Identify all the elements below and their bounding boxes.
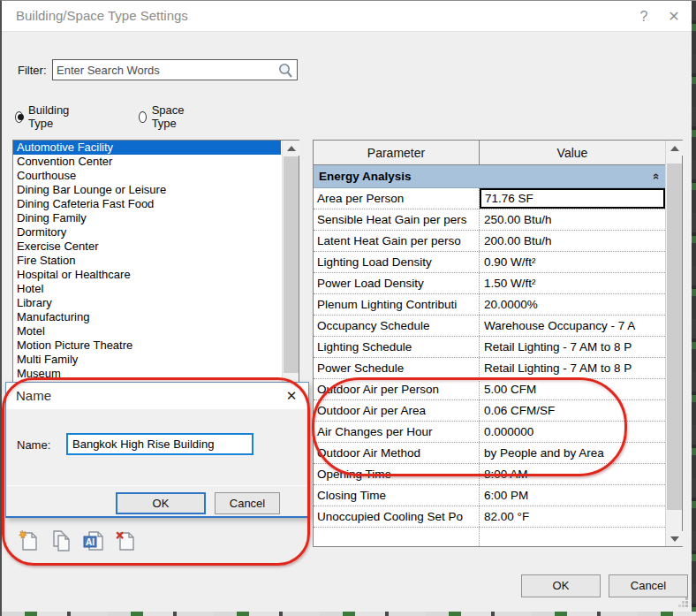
type-list-item[interactable]: Courthouse <box>13 169 281 183</box>
help-icon[interactable]: ? <box>632 6 655 27</box>
type-list-item[interactable]: Manufacturing <box>13 310 281 324</box>
search-box[interactable] <box>52 59 298 80</box>
parameter-value-cell[interactable]: Warehouse Occupancy - 7 A <box>480 316 665 336</box>
parameter-name-cell: Air Changes per Hour <box>314 422 480 442</box>
group-title: Energy Analysis <box>319 170 654 183</box>
parameter-row[interactable]: Opening Time8:00 AM <box>314 464 665 485</box>
parameter-row[interactable]: Air Changes per Hour0.000000 <box>314 422 665 443</box>
radio-space-label: Space Type <box>152 103 188 130</box>
parameter-value-cell[interactable]: 6:00 PM <box>480 485 665 506</box>
parameter-value-cell[interactable]: by People and by Area <box>480 443 665 463</box>
parameter-name-cell: Power Schedule <box>314 358 480 378</box>
parameter-value-cell[interactable]: Retail Lighting - 7 AM to 8 P <box>480 358 665 378</box>
rename-type-icon[interactable]: AI <box>81 529 106 553</box>
parameter-name-cell: Area per Person <box>314 188 480 209</box>
type-list-item[interactable]: Museum <box>13 367 281 381</box>
radio-space-type[interactable]: Space Type <box>139 103 188 130</box>
table-scrollbar[interactable] <box>665 141 682 546</box>
type-list-item[interactable]: Dormitory <box>13 225 281 240</box>
parameter-row[interactable]: Lighting Load Density0.90 W/ft² <box>314 252 665 273</box>
parameter-row[interactable]: Power ScheduleRetail Lighting - 7 AM to … <box>314 358 665 379</box>
parameter-row[interactable]: Outdoor Air per Area0.06 CFM/SF <box>314 400 665 422</box>
name-field-label: Name: <box>17 438 50 452</box>
parameter-value-cell[interactable]: 5.00 CFM <box>480 379 665 399</box>
parameter-name-cell: Outdoor Air per Person <box>314 379 480 399</box>
type-list-item[interactable]: Automotive Facility <box>13 141 281 155</box>
type-list-item[interactable]: Fire Station <box>13 254 281 268</box>
parameter-name-cell: Opening Time <box>314 464 480 484</box>
parameter-value-cell[interactable]: 0.90 W/ft² <box>480 252 665 272</box>
parameter-value-cell[interactable]: 8:00 AM <box>480 464 665 484</box>
scroll-up-icon[interactable] <box>666 141 683 156</box>
scroll-down-icon[interactable] <box>666 531 683 546</box>
parameter-name-cell: Outdoor Air Method <box>314 443 480 463</box>
parameter-row[interactable]: Closing Time6:00 PM <box>314 485 665 506</box>
parameter-value-cell[interactable]: 82.00 °F <box>480 506 665 527</box>
type-list-item[interactable]: Dining Family <box>13 211 281 225</box>
radio-building-type[interactable]: Building Type <box>15 103 72 130</box>
name-dialog: Name ✕ Name: OK Cancel <box>5 382 309 518</box>
table-scrollbar-thumb[interactable] <box>667 164 682 510</box>
duplicate-type-icon[interactable] <box>49 529 74 553</box>
name-cancel-button[interactable]: Cancel <box>215 492 280 514</box>
parameter-name-cell: Occupancy Schedule <box>314 316 480 336</box>
delete-type-icon[interactable] <box>113 529 138 553</box>
list-scrollbar-thumb[interactable] <box>284 156 299 373</box>
cancel-button[interactable]: Cancel <box>609 574 688 597</box>
type-list-item[interactable]: Dining Bar Lounge or Leisure <box>13 183 281 197</box>
parameter-row[interactable]: Power Load Density1.50 W/ft² <box>314 273 665 294</box>
ok-button[interactable]: OK <box>521 574 601 597</box>
parameter-row[interactable]: Plenum Lighting Contributi20.0000% <box>314 294 665 316</box>
type-list-item[interactable]: Convention Center <box>13 155 281 169</box>
parameter-value-cell[interactable]: Retail Lighting - 7 AM to 8 P <box>480 337 665 357</box>
group-header-energy-analysis[interactable]: Energy Analysis « <box>314 165 665 188</box>
parameter-table-content: Parameter Value Energy Analysis « Area p… <box>314 141 665 546</box>
parameter-row[interactable]: Sensible Heat Gain per pers250.00 Btu/h <box>314 209 665 231</box>
name-dialog-close-icon[interactable]: ✕ <box>282 386 301 406</box>
parameter-row[interactable]: Outdoor Air Methodby People and by Area <box>314 443 665 464</box>
type-list-item[interactable]: Exercise Center <box>13 240 281 254</box>
parameter-row[interactable]: Outdoor Air per Person5.00 CFM <box>314 379 665 400</box>
parameter-value-cell[interactable]: 0.000000 <box>480 422 665 442</box>
parameter-value-cell[interactable]: 1.50 W/ft² <box>480 273 665 293</box>
parameter-name-cell: Unoccupied Cooling Set Po <box>314 506 480 527</box>
parameter-value-cell[interactable]: 71.76 SF <box>480 188 665 209</box>
app-background-bottom-edge <box>2 612 696 616</box>
parameter-value-cell[interactable]: 200.00 Btu/h <box>480 231 665 251</box>
parameter-name-cell: Sensible Heat Gain per pers <box>314 209 480 230</box>
close-icon[interactable]: ✕ <box>662 6 685 27</box>
parameter-rows: Area per Person71.76 SFSensible Heat Gai… <box>314 188 665 546</box>
parameter-row[interactable]: Unoccupied Cooling Set Po82.00 °F <box>314 506 665 528</box>
name-dialog-separator <box>6 485 308 486</box>
parameter-row[interactable]: Occupancy ScheduleWarehouse Occupancy - … <box>314 316 665 337</box>
name-dialog-title-bar: Name ✕ <box>6 383 308 409</box>
window-title: Building/Space Type Settings <box>16 8 188 23</box>
column-header-parameter[interactable]: Parameter <box>314 141 480 164</box>
type-list-item[interactable]: Library <box>13 296 281 310</box>
type-list-item[interactable]: Hotel <box>13 282 281 296</box>
type-list-item[interactable]: Motion Picture Theatre <box>13 338 281 353</box>
scroll-up-icon[interactable] <box>283 141 299 156</box>
parameter-row[interactable]: Latent Heat Gain per perso200.00 Btu/h <box>314 231 665 252</box>
parameter-name-cell: Lighting Schedule <box>314 337 480 357</box>
resize-grip[interactable] <box>677 597 689 608</box>
parameter-value-cell[interactable]: 250.00 Btu/h <box>480 209 665 230</box>
parameter-value-cell[interactable]: 0.06 CFM/SF <box>480 400 665 421</box>
name-input[interactable] <box>66 433 253 455</box>
column-header-value[interactable]: Value <box>480 141 665 164</box>
search-input[interactable] <box>57 62 269 78</box>
name-ok-button[interactable]: OK <box>116 492 206 514</box>
parameter-name-cell: Outdoor Air per Area <box>314 400 480 421</box>
parameter-value-cell[interactable]: 20.0000% <box>480 294 665 315</box>
type-list-item[interactable]: Multi Family <box>13 353 281 367</box>
name-dialog-title: Name <box>16 388 51 403</box>
type-list-item[interactable]: Hospital or Healthcare <box>13 268 281 282</box>
new-type-icon[interactable] <box>16 529 41 553</box>
parameter-table[interactable]: Parameter Value Energy Analysis « Area p… <box>313 140 683 547</box>
type-list-item[interactable]: Dining Cafeteria Fast Food <box>13 197 281 211</box>
parameter-row[interactable]: Lighting ScheduleRetail Lighting - 7 AM … <box>314 337 665 358</box>
collapse-chevron-icon[interactable]: « <box>650 173 663 179</box>
type-list-item[interactable]: Motel <box>13 324 281 338</box>
parameter-row[interactable]: Area per Person71.76 SF <box>314 188 665 209</box>
title-bar: Building/Space Type Settings ? ✕ <box>2 1 696 32</box>
